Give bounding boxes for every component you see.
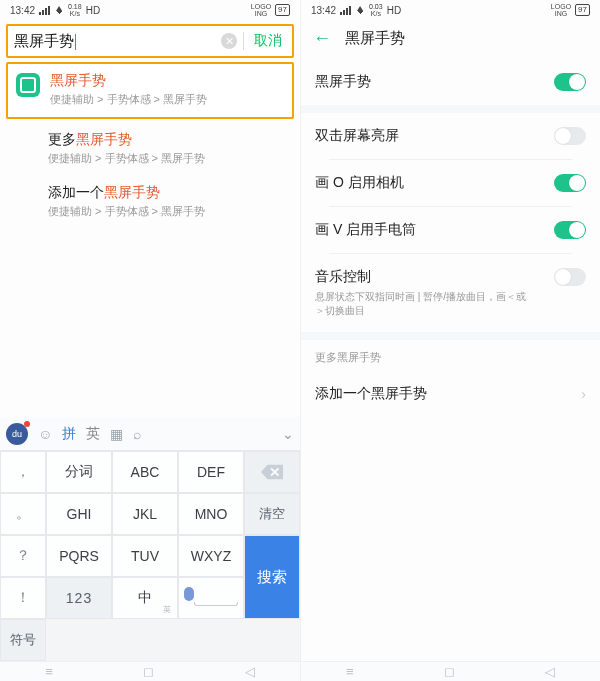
key-lang[interactable]: 中英 (112, 577, 178, 619)
setting-draw-v-flashlight[interactable]: 画 V 启用手电筒 (315, 207, 586, 253)
page-title: 黑屏手势 (345, 29, 405, 48)
tab-english[interactable]: 英 (86, 425, 100, 443)
key-mno[interactable]: MNO (178, 493, 244, 535)
ime-logo-icon[interactable]: du (6, 423, 28, 445)
status-hd: HD (387, 5, 401, 16)
left-pane: 13:42 0.18K/s HD LOGO ING 97 黑屏手势 ✕ 取消 黑… (0, 0, 300, 681)
net-speed: 0.03K/s (369, 3, 383, 17)
tab-pinyin[interactable]: 拼 (62, 425, 76, 443)
back-icon[interactable]: ← (313, 28, 331, 49)
setting-draw-o-camera[interactable]: 画 O 启用相机 (315, 160, 586, 206)
toggle[interactable] (554, 73, 586, 91)
right-pane: 13:42 0.03K/s HD LOGO ING 97 ← 黑屏手势 黑屏手势… (300, 0, 600, 681)
mic-icon (184, 587, 194, 601)
key-pqrs[interactable]: PQRS (46, 535, 112, 577)
key-backspace[interactable] (244, 451, 300, 493)
setting-description: 息屏状态下双指同时画 | 暂停/播放曲目，画＜或＞切换曲目 (315, 290, 535, 318)
battery-icon: 97 (275, 4, 290, 16)
status-time: 13:42 (311, 5, 336, 16)
clear-icon[interactable]: ✕ (221, 33, 237, 49)
toggle[interactable] (554, 268, 586, 286)
keyboard-toolbar: du ☺ 拼 英 ▦ ⌕ ⌄ (0, 417, 300, 451)
header: ← 黑屏手势 (301, 20, 600, 59)
wifi-icon (355, 6, 365, 14)
chevron-right-icon: › (581, 386, 586, 402)
section-divider (301, 105, 600, 113)
nav-home-icon[interactable]: ◻ (444, 664, 455, 679)
backspace-icon (261, 464, 283, 480)
key-comma[interactable]: ， (0, 451, 46, 493)
key-clear[interactable]: 清空 (244, 493, 300, 535)
mic-icon[interactable]: ⌕ (133, 426, 141, 442)
search-results: 黑屏手势 便捷辅助 > 手势体感 > 黑屏手势 更多黑屏手势 便捷辅助 > 手势… (0, 62, 300, 229)
wifi-icon (54, 6, 64, 14)
key-space[interactable] (178, 577, 244, 619)
net-speed: 0.18K/s (68, 3, 82, 17)
search-result[interactable]: 黑屏手势 便捷辅助 > 手势体感 > 黑屏手势 (6, 62, 294, 119)
status-bar: 13:42 0.18K/s HD LOGO ING 97 (0, 0, 300, 20)
nav-recents-icon[interactable]: ≡ (346, 664, 354, 679)
signal-icon (340, 6, 351, 15)
battery-icon: 97 (575, 4, 590, 16)
nav-bar: ≡ ◻ ◁ (0, 661, 300, 681)
clipboard-icon[interactable]: ▦ (110, 426, 123, 442)
search-result[interactable]: 更多黑屏手势 便捷辅助 > 手势体感 > 黑屏手势 (6, 123, 294, 176)
toggle[interactable] (554, 174, 586, 192)
key-exclaim[interactable]: ！ (0, 577, 46, 619)
key-123[interactable]: 123 (46, 577, 112, 619)
search-bar: 黑屏手势 ✕ 取消 (6, 24, 294, 58)
toggle[interactable] (554, 127, 586, 145)
key-def[interactable]: DEF (178, 451, 244, 493)
setting-black-screen-gesture[interactable]: 黑屏手势 (315, 59, 586, 105)
nav-back-icon[interactable]: ◁ (545, 664, 555, 679)
key-search[interactable]: 搜索 (244, 535, 300, 619)
key-fenci[interactable]: 分词 (46, 451, 112, 493)
key-wxyz[interactable]: WXYZ (178, 535, 244, 577)
key-tuv[interactable]: TUV (112, 535, 178, 577)
breadcrumb: 便捷辅助 > 手势体感 > 黑屏手势 (50, 92, 284, 107)
cancel-button[interactable]: 取消 (244, 32, 292, 50)
nav-recents-icon[interactable]: ≡ (45, 664, 53, 679)
carrier-logo: LOGO ING (551, 3, 571, 17)
gesture-icon (16, 73, 40, 97)
search-result[interactable]: 添加一个黑屏手势 便捷辅助 > 手势体感 > 黑屏手势 (6, 176, 294, 229)
nav-home-icon[interactable]: ◻ (143, 664, 154, 679)
key-period[interactable]: 。 (0, 493, 46, 535)
breadcrumb: 便捷辅助 > 手势体感 > 黑屏手势 (48, 151, 286, 166)
setting-music-control[interactable]: 音乐控制 息屏状态下双指同时画 | 暂停/播放曲目，画＜或＞切换曲目 (315, 254, 586, 332)
emoji-icon[interactable]: ☺ (38, 426, 52, 442)
carrier-logo: LOGO ING (251, 3, 271, 17)
key-ghi[interactable]: GHI (46, 493, 112, 535)
status-hd: HD (86, 5, 100, 16)
key-jkl[interactable]: JKL (112, 493, 178, 535)
nav-bar: ≡ ◻ ◁ (301, 661, 600, 681)
nav-back-icon[interactable]: ◁ (245, 664, 255, 679)
search-input[interactable]: 黑屏手势 (14, 32, 215, 51)
setting-add-gesture[interactable]: 添加一个黑屏手势 › (315, 371, 586, 417)
status-time: 13:42 (10, 5, 35, 16)
section-divider (301, 332, 600, 340)
keyboard: du ☺ 拼 英 ▦ ⌕ ⌄ ， 分词 ABC DEF 。 GHI JKL MN… (0, 417, 300, 661)
key-question[interactable]: ？ (0, 535, 46, 577)
signal-icon (39, 6, 50, 15)
key-symbol[interactable]: 符号 (0, 619, 46, 661)
key-abc[interactable]: ABC (112, 451, 178, 493)
group-label: 更多黑屏手势 (301, 340, 600, 371)
breadcrumb: 便捷辅助 > 手势体感 > 黑屏手势 (48, 204, 286, 219)
toggle[interactable] (554, 221, 586, 239)
status-bar: 13:42 0.03K/s HD LOGO ING 97 (301, 0, 600, 20)
hide-keyboard-icon[interactable]: ⌄ (282, 426, 294, 442)
setting-double-tap-wake[interactable]: 双击屏幕亮屏 (315, 113, 586, 159)
